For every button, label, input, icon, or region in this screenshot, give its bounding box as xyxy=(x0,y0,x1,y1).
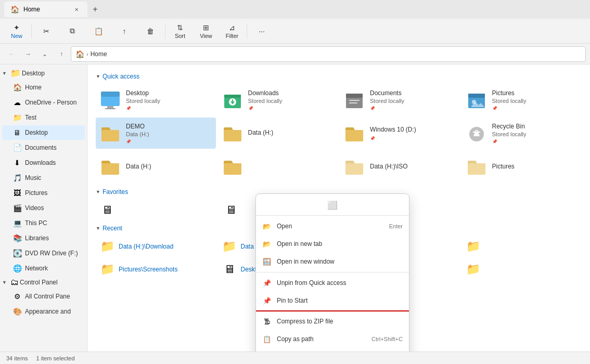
sidebar-item-videos[interactable]: 🎬 Videos xyxy=(2,201,85,215)
cm-unpin[interactable]: 📌 Unpin from Quick access xyxy=(256,274,409,292)
desktop-folder-icon xyxy=(100,89,121,110)
sidebar-item-home[interactable]: 🏠 Home xyxy=(2,80,85,95)
folder-desktop[interactable]: Desktop Stored locally 📌 xyxy=(96,84,216,115)
folder-datahiso[interactable]: Data (H:)\ISO xyxy=(340,151,460,182)
sidebar-item-appearance[interactable]: 🎨 Appearance and xyxy=(2,304,85,319)
fav-icon-2: 🖥 xyxy=(224,203,238,217)
sidebar-item-documents[interactable]: 📄 Documents xyxy=(2,140,85,155)
forward-button[interactable]: → xyxy=(21,47,35,61)
folder-downloads[interactable]: Downloads Stored locally 📌 xyxy=(218,84,338,115)
folder-datah[interactable]: Data (H:) xyxy=(218,118,338,149)
copy-button[interactable]: ⧉ xyxy=(60,21,85,42)
filter-button[interactable]: ⊿ Filter xyxy=(220,21,245,42)
cm-pin-start-label: Pin to Start xyxy=(277,297,403,304)
home-tab[interactable]: 🏠 Home ✕ xyxy=(4,2,87,17)
expand-arrow-icon: ▼ xyxy=(2,71,9,76)
folder-desktop-icon: 🖥 xyxy=(12,128,22,137)
sort-button[interactable]: ⇅ Sort xyxy=(168,21,193,42)
demo-pin-icon: 📌 xyxy=(126,139,149,144)
demo-folder-sub: Data (H:) xyxy=(126,131,149,137)
demo-folder-info: DEMO Data (H:) 📌 xyxy=(126,123,149,144)
folder-pictures[interactable]: Pictures Stored locally 📌 xyxy=(462,84,582,115)
thispc-icon: 💻 xyxy=(12,219,22,227)
sidebar-item-music[interactable]: 🎵 Music xyxy=(2,171,85,185)
allcontrol-icon: ⚙ xyxy=(12,292,22,301)
quick-access-header[interactable]: ▼ Quick access xyxy=(96,73,582,80)
delete-button[interactable]: 🗑 xyxy=(138,21,163,42)
recent-item-7[interactable]: 📁 xyxy=(462,259,582,280)
sidebar-controlpanel-label: Control Panel xyxy=(20,279,58,286)
cm-open[interactable]: 📂 Open Enter xyxy=(256,217,409,235)
more-button[interactable]: ··· xyxy=(249,21,274,42)
cm-open-newwin-label: Open in new window xyxy=(277,258,397,265)
sidebar-item-thispc[interactable]: 💻 This PC xyxy=(2,216,85,230)
datah2-folder-name: Data (H:) xyxy=(126,163,151,170)
new-button[interactable]: ✦ New xyxy=(4,21,29,42)
new-tab-button[interactable]: + xyxy=(87,2,103,17)
folder-pictures2[interactable]: Pictures xyxy=(462,151,582,182)
svg-rect-6 xyxy=(349,100,360,101)
back-button[interactable]: ← xyxy=(4,47,19,61)
sidebar-item-libraries[interactable]: 📚 Libraries xyxy=(2,231,85,245)
cm-properties[interactable]: ⚙ Properties Alt+Enter xyxy=(256,348,409,352)
sidebar-item-onedrive[interactable]: ☁ OneDrive - Person xyxy=(2,95,85,110)
cm-open-newwin[interactable]: 🪟 Open in new window xyxy=(256,253,409,270)
share-button[interactable]: ↑ xyxy=(112,21,137,42)
recent-info-0: Data (H:)\Download xyxy=(119,243,173,250)
sidebar-item-allcontrol[interactable]: ⚙ All Control Pane xyxy=(2,289,85,304)
sidebar-item-downloads[interactable]: ⬇ Downloads xyxy=(2,155,85,170)
folder-documents[interactable]: Documents Stored locally 📌 xyxy=(340,84,460,115)
fav-item-1[interactable]: 🖥 xyxy=(96,200,217,220)
sidebar-desktop-label: Desktop xyxy=(22,70,45,77)
sidebar-item-desktop[interactable]: 🖥 Desktop xyxy=(2,125,85,140)
pictures-folder-info: Pictures Stored locally 📌 xyxy=(492,89,527,111)
tab-close-button[interactable]: ✕ xyxy=(72,5,81,14)
address-path[interactable]: 🏠 › Home xyxy=(71,46,586,62)
sidebar-item-pictures[interactable]: 🖼 Pictures xyxy=(2,186,85,200)
folder-empty1[interactable] xyxy=(218,151,338,182)
cm-pin-start[interactable]: 📌 Pin to Start xyxy=(256,292,409,309)
cm-sep-1 xyxy=(256,272,409,272)
sidebar-item-test[interactable]: 📁 Test xyxy=(2,110,85,125)
view-button[interactable]: ⊞ View xyxy=(194,21,219,42)
sidebar-home-label: Home xyxy=(25,84,42,91)
sidebar-item-network[interactable]: 🌐 Network xyxy=(2,261,85,276)
downloads-folder-sub: Stored locally xyxy=(248,98,283,104)
windows10-folder-info: Windows 10 (D:) 📌 xyxy=(370,126,416,141)
cm-compress-label: Compress to ZIP file xyxy=(277,318,403,325)
datah-folder-icon xyxy=(222,123,243,144)
recycle-folder-name: Recycle Bin xyxy=(492,123,527,130)
paste-button[interactable]: 📋 xyxy=(86,21,111,42)
folder-datah2[interactable]: Data (H:) xyxy=(96,151,216,182)
recent-item-3[interactable]: 📁 xyxy=(462,236,582,257)
network-icon: 🌐 xyxy=(12,264,22,272)
libraries-icon: 📚 xyxy=(12,234,22,242)
sidebar: ▼ 📁 Desktop 🏠 Home ☁ OneDrive - Person 📁… xyxy=(0,64,87,352)
sidebar-desktop-expand[interactable]: ▼ 📁 Desktop xyxy=(0,67,87,80)
demo-folder-icon xyxy=(100,123,121,144)
cm-compress[interactable]: 🗜 Compress to ZIP file xyxy=(256,313,409,330)
recent-item-0[interactable]: 📁 Data (H:)\Download xyxy=(96,236,216,257)
recycle-icon xyxy=(466,123,487,144)
pictures2-folder-info: Pictures xyxy=(492,163,515,170)
cut-button[interactable]: ✂ xyxy=(34,21,59,42)
cm-open-newtab-label: Open in new tab xyxy=(277,240,397,248)
recent-locations-button[interactable]: ⌄ xyxy=(37,47,52,61)
cm-open-newtab[interactable]: 📂 Open in new tab xyxy=(256,235,409,253)
downloads-pin-icon: 📌 xyxy=(248,106,283,111)
downloads-folder-name: Downloads xyxy=(248,89,283,97)
sidebar-controlpanel-expand[interactable]: ▼ 🗂 Control Panel xyxy=(0,276,87,289)
cm-copypath[interactable]: 📋 Copy as path Ctrl+Shift+C xyxy=(256,330,409,348)
cut-icon: ✂ xyxy=(43,27,49,35)
folder-recycle[interactable]: Recycle Bin Stored locally 📌 xyxy=(462,118,582,149)
folder-demo[interactable]: DEMO Data (H:) 📌 xyxy=(96,118,216,149)
svg-rect-7 xyxy=(349,102,357,103)
sidebar-item-dvdrw[interactable]: 💽 DVD RW Drive (F:) xyxy=(2,246,85,261)
qa-chevron-icon: ▼ xyxy=(96,74,100,79)
fav-chevron-icon: ▼ xyxy=(96,189,100,194)
recent-item-4[interactable]: 📁 Pictures\Screenshots xyxy=(96,259,216,280)
new-label: New xyxy=(11,33,22,39)
windows10-pin-icon: 📌 xyxy=(370,136,416,141)
folder-windows10[interactable]: Windows 10 (D:) 📌 xyxy=(340,118,460,149)
up-button[interactable]: ↑ xyxy=(54,47,69,61)
